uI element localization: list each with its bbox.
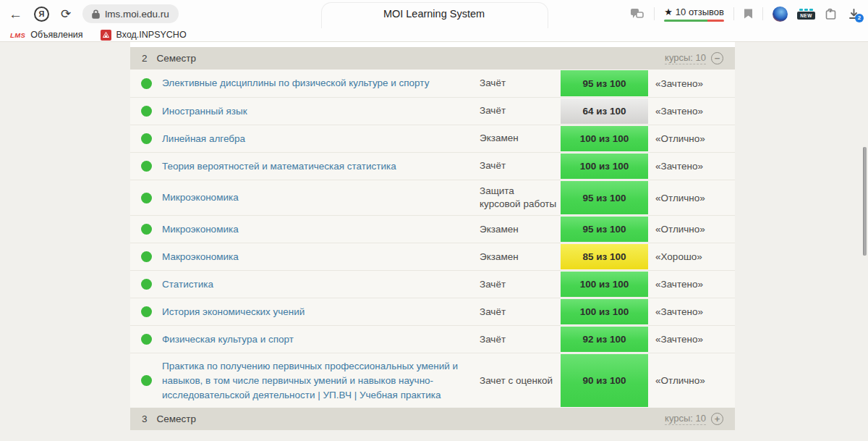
exam-type-text: Зачёт bbox=[480, 271, 561, 298]
score-cell: 100 из 100 bbox=[561, 125, 648, 152]
screenshot-new-icon[interactable]: NEW bbox=[797, 7, 815, 22]
course-link[interactable]: Теория вероятностей и математическая ста… bbox=[162, 159, 396, 174]
grade-text: «Отлично» bbox=[648, 216, 735, 243]
table-top-strip bbox=[130, 42, 735, 47]
courses-count-link[interactable]: курсы: 10 bbox=[665, 413, 706, 425]
course-name-cell: Статистика bbox=[162, 271, 480, 298]
status-dot-icon bbox=[141, 334, 152, 345]
exam-type-text: Зачёт bbox=[480, 98, 561, 125]
bookmark-icon[interactable] bbox=[744, 8, 753, 20]
score-cell: 90 из 100 bbox=[561, 353, 648, 408]
back-button[interactable]: ← bbox=[9, 7, 22, 21]
course-link[interactable]: Макроэкономика bbox=[162, 250, 239, 264]
status-cell bbox=[130, 180, 162, 215]
course-name-cell: Практика по получению первичных професси… bbox=[162, 353, 480, 408]
status-dot-icon bbox=[141, 251, 152, 262]
status-cell bbox=[130, 153, 162, 180]
expand-section-icon[interactable]: + bbox=[711, 413, 723, 425]
bookmark-label: Объявления bbox=[30, 30, 82, 40]
exam-type-text: Экзамен bbox=[480, 216, 561, 243]
table-row: Иностранный язык Зачёт 64 из 100 «Зачтен… bbox=[130, 97, 735, 125]
side-panels-icon[interactable] bbox=[630, 8, 644, 20]
status-dot-icon bbox=[141, 193, 152, 203]
collapse-section-icon[interactable]: − bbox=[711, 52, 723, 64]
site-rating-widget[interactable]: ★ 10 отзывов bbox=[664, 7, 724, 22]
status-cell bbox=[130, 70, 162, 97]
grade-text: «Зачтено» bbox=[648, 271, 735, 298]
score-badge: 92 из 100 bbox=[561, 327, 648, 352]
status-dot-icon bbox=[141, 224, 152, 235]
score-badge: 64 из 100 bbox=[561, 98, 648, 124]
score-badge: 85 из 100 bbox=[561, 244, 648, 269]
star-icon: ★ bbox=[664, 7, 673, 17]
course-name-cell: История экономических учений bbox=[162, 298, 480, 325]
yandex-logo-button[interactable]: Я bbox=[34, 7, 49, 22]
inpsycho-logo-icon bbox=[101, 30, 111, 41]
profile-avatar[interactable] bbox=[773, 7, 788, 22]
status-cell bbox=[130, 216, 162, 243]
exam-type-text: Защита курсовой работы bbox=[480, 180, 561, 215]
grade-text: «Хорошо» bbox=[648, 243, 735, 270]
course-link[interactable]: Элективные дисциплины по физической куль… bbox=[162, 76, 429, 91]
grades-page: 2 Семестр курсы: 10 − Элективные дисципл… bbox=[0, 42, 868, 441]
toolbar-divider bbox=[762, 7, 763, 20]
table-row: Физическая культура и спорт Зачёт 92 из … bbox=[130, 325, 735, 353]
course-link[interactable]: Иностранный язык bbox=[162, 104, 247, 119]
score-cell: 85 из 100 bbox=[561, 243, 648, 270]
course-name-cell: Элективные дисциплины по физической куль… bbox=[162, 70, 480, 97]
grade-text: «Зачтено» bbox=[648, 326, 735, 353]
grades-table: 2 Семестр курсы: 10 − Элективные дисципл… bbox=[130, 42, 735, 430]
status-dot-icon bbox=[141, 375, 152, 386]
bookmark-inpsycho-login[interactable]: Вход.INPSYCHO bbox=[101, 30, 187, 41]
downloads-count-badge: 2 bbox=[855, 14, 864, 22]
course-link[interactable]: Статистика bbox=[162, 277, 213, 292]
score-cell: 100 из 100 bbox=[561, 153, 648, 180]
course-name-cell: Иностранный язык bbox=[162, 98, 480, 125]
course-link[interactable]: История экономических учений bbox=[162, 305, 305, 319]
status-cell bbox=[130, 353, 162, 408]
course-link[interactable]: Физическая культура и спорт bbox=[162, 332, 294, 347]
course-link[interactable]: Микроэкономика bbox=[162, 190, 239, 205]
table-row: Макроэкономика Экзамен 85 из 100 «Хорошо… bbox=[130, 243, 735, 270]
table-row: Микроэкономика Экзамен 95 из 100 «Отличн… bbox=[130, 215, 735, 243]
score-badge: 90 из 100 bbox=[561, 354, 648, 407]
grade-text: «Зачтено» bbox=[648, 70, 735, 97]
active-tab-outline bbox=[321, 2, 548, 28]
exam-type-text: Зачёт bbox=[480, 326, 561, 353]
score-badge: 95 из 100 bbox=[561, 181, 648, 214]
scrollbar-thumb[interactable] bbox=[863, 147, 867, 256]
new-badge: NEW bbox=[797, 12, 815, 20]
status-dot-icon bbox=[141, 161, 152, 172]
semester-2-header: 2 Семестр курсы: 10 − bbox=[130, 47, 735, 70]
refresh-button[interactable]: ⟳ bbox=[61, 8, 71, 20]
score-badge: 100 из 100 bbox=[561, 126, 648, 151]
table-row: История экономических учений Зачёт 100 и… bbox=[130, 298, 735, 325]
course-name-cell: Линейная алгебра bbox=[162, 125, 480, 152]
score-badge: 100 из 100 bbox=[561, 272, 648, 297]
score-cell: 92 из 100 bbox=[561, 326, 648, 353]
exam-type-text: Экзамен bbox=[480, 243, 561, 270]
grade-text: «Зачтено» bbox=[648, 298, 735, 325]
semester-title: Семестр bbox=[157, 413, 197, 424]
status-cell bbox=[130, 243, 162, 270]
course-link[interactable]: Линейная алгебра bbox=[162, 132, 245, 146]
downloads-icon[interactable]: 2 bbox=[848, 9, 859, 20]
courses-count-link[interactable]: курсы: 10 bbox=[665, 52, 706, 64]
score-badge: 100 из 100 bbox=[561, 299, 648, 324]
grade-text: «Отлично» bbox=[648, 353, 735, 408]
course-link[interactable]: Микроэкономика bbox=[162, 222, 239, 237]
bookmark-lms-announcements[interactable]: LMS Объявления bbox=[10, 30, 83, 40]
course-name-cell: Микроэкономика bbox=[162, 180, 480, 215]
rating-bar bbox=[664, 20, 724, 22]
semester-number: 2 bbox=[142, 53, 148, 64]
course-name-cell: Физическая культура и спорт bbox=[162, 326, 480, 353]
lms-logo-icon: LMS bbox=[10, 31, 25, 39]
status-dot-icon bbox=[141, 306, 152, 317]
extensions-icon[interactable] bbox=[825, 8, 839, 20]
course-link[interactable]: Практика по получению первичных професси… bbox=[162, 359, 469, 402]
table-row: Статистика Зачёт 100 из 100 «Зачтено» bbox=[130, 270, 735, 298]
course-name-cell: Макроэкономика bbox=[162, 243, 480, 270]
course-name-cell: Микроэкономика bbox=[162, 216, 480, 243]
address-bar[interactable]: lms.moi.edu.ru bbox=[82, 4, 179, 23]
course-name-cell: Теория вероятностей и математическая ста… bbox=[162, 153, 480, 180]
